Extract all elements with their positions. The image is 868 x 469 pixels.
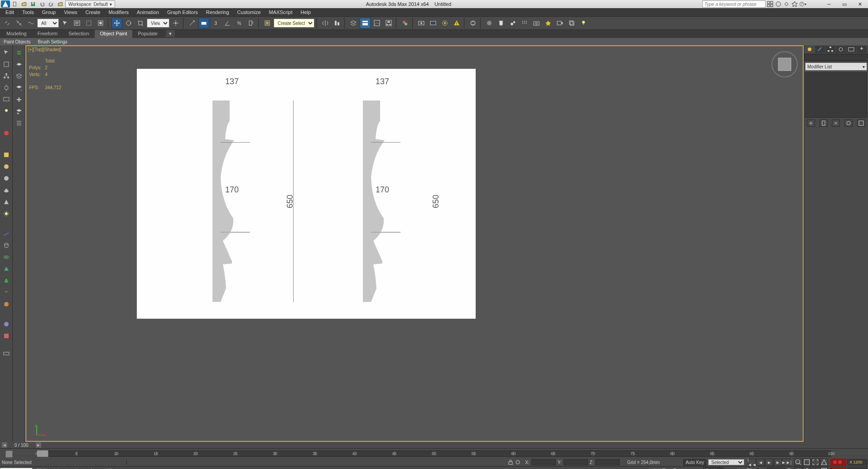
hose-icon[interactable] [1,299,12,310]
motion-tab-icon[interactable] [836,46,846,53]
pin-stack-icon[interactable] [807,120,815,127]
schematic-view-icon[interactable] [383,18,394,29]
toggle-ribbon-icon[interactable] [360,18,371,29]
video-post-icon[interactable] [555,18,565,29]
snapshot-icon[interactable] [531,18,542,29]
utilities-warn-icon[interactable] [1,128,12,139]
teapot-icon[interactable] [1,185,12,196]
bind-space-warp-icon[interactable] [25,18,36,29]
set-key-button[interactable]: Set Key [703,467,723,469]
exchange-icon[interactable] [783,0,790,8]
close-button[interactable]: ✕ [853,0,867,8]
modifier-stack[interactable] [805,72,867,118]
select-object-icon[interactable] [60,18,71,29]
select-region-rect-icon[interactable] [83,18,94,29]
snaps-toggle-icon[interactable]: 3 [210,18,221,29]
render-setup-icon[interactable] [416,18,427,29]
select-name-icon[interactable] [72,18,82,29]
hierarchy-tab-icon[interactable] [825,46,835,53]
box-icon[interactable] [1,149,12,160]
app-icon[interactable] [1,0,10,8]
menu-customize[interactable]: Customize [234,9,265,15]
tube-icon[interactable] [1,240,12,251]
isolate-selection-icon[interactable] [514,459,521,466]
zoom-all-icon[interactable] [803,459,811,466]
pyramid-icon[interactable] [1,263,12,274]
keyboard-shortcut-icon[interactable] [198,18,209,29]
viewcube[interactable] [771,51,798,78]
timeline[interactable]: 0510152025303540455055606570758085909510… [0,448,868,458]
open-icon[interactable] [20,0,28,8]
ref-coord-system[interactable]: View [147,19,169,28]
manipulate-icon[interactable] [187,18,198,29]
menu-edit[interactable]: Edit [2,9,18,15]
remove-mod-icon[interactable] [844,120,853,127]
maximize-button[interactable]: ▭ [837,0,852,8]
layer-manager-icon[interactable] [348,18,359,29]
material-editor-icon[interactable] [400,18,410,29]
brush-settings-panel[interactable]: Brush Settings [34,39,71,45]
angle-snap-icon[interactable] [222,18,233,29]
ribbon-expand-icon[interactable]: ▾ [166,30,175,37]
render-warning-icon[interactable]: ! [451,18,462,29]
goto-end-icon[interactable]: ►►| [782,459,791,466]
adaptive-degradation-icon[interactable] [830,459,846,466]
utilities-tab-icon[interactable] [857,46,867,53]
communication-center-icon[interactable] [830,467,846,469]
goto-start-icon[interactable]: |◄◄ [748,459,756,466]
redo-icon[interactable] [47,0,55,8]
batch-render-icon[interactable] [566,18,577,29]
plus-icon[interactable] [14,94,24,105]
show-end-result-icon[interactable] [820,120,828,127]
y-input[interactable] [564,459,588,465]
named-sel-set-icon[interactable] [262,18,273,29]
sphere2-icon[interactable] [1,319,12,330]
time-slider[interactable] [37,450,48,457]
sun-icon[interactable] [1,208,12,219]
key-mode-select[interactable]: Selected [708,459,744,465]
foliage-icon[interactable] [1,275,12,286]
poly-icon[interactable] [1,59,12,70]
play-icon[interactable]: ► [765,459,773,466]
menu-graph-editors[interactable]: Graph Editors [164,9,202,15]
array-icon[interactable] [519,18,530,29]
next-frame-icon[interactable]: ► [774,459,782,466]
auto-key-button[interactable]: Auto Key [683,459,706,466]
ringwave-icon[interactable] [1,287,12,298]
time-tag-icon[interactable] [643,467,650,469]
select-scale-icon[interactable] [135,18,146,29]
percent-snap-icon[interactable]: % [234,18,245,29]
menu-views[interactable]: Views [60,9,81,15]
configure-sets-icon[interactable] [857,120,865,127]
infocenter-icon[interactable] [767,0,774,8]
menu-modifiers[interactable]: Modifiers [105,9,132,15]
favorites-icon[interactable] [791,0,798,8]
light-lister-icon[interactable] [578,18,589,29]
prev-frame-icon[interactable]: ◄ [757,459,765,466]
menu-maxscript[interactable]: MAXScript [265,9,296,15]
tab-modeling[interactable]: Modeling [1,30,32,38]
massfx-tools-icon[interactable] [507,18,518,29]
layer-select-icon[interactable] [14,71,24,81]
spinner-snap-icon[interactable] [246,18,256,29]
render-production-icon[interactable] [439,18,450,29]
motion-icon[interactable] [1,82,12,93]
grid-icon[interactable] [1,348,12,359]
save-icon[interactable] [29,0,37,8]
menu-animation[interactable]: Animation [133,9,163,15]
tab-freeform[interactable]: Freeform [32,30,63,38]
selection-filter[interactable]: All [37,19,59,28]
lock-selection-icon[interactable] [507,459,514,466]
lightbulb-icon[interactable] [1,106,12,117]
current-frame-input[interactable] [767,468,785,469]
tab-populate[interactable]: Populate [132,30,163,38]
sphere-icon[interactable] [1,161,12,172]
time-config-icon[interactable] [785,467,792,469]
hierarchy-icon[interactable] [1,71,12,81]
layer-hide-icon[interactable] [14,82,24,93]
layer-new-icon[interactable] [14,59,24,70]
align-icon[interactable] [332,18,342,29]
object-name-input[interactable] [805,54,868,61]
torus-icon[interactable] [1,252,12,263]
link-icon[interactable] [2,18,13,29]
